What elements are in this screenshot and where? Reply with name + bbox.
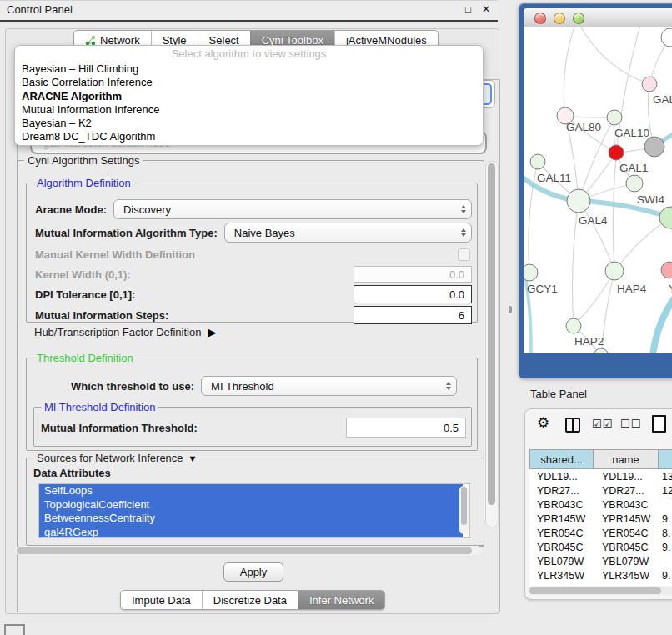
network-node-hap4[interactable]: [605, 262, 624, 280]
scrollbar-thumb[interactable]: [488, 163, 495, 505]
collapse-arrow-icon[interactable]: ▼: [188, 453, 198, 463]
tab-discretize-data[interactable]: Discretize Data: [202, 591, 298, 609]
data-attribute-item[interactable]: gal4RGexp: [39, 526, 463, 539]
data-attribute-item[interactable]: TopologicalCoefficient: [39, 498, 463, 512]
network-window-titlebar[interactable]: [524, 8, 672, 28]
network-edge[interactable]: [564, 27, 577, 116]
stepper-arrows-icon: [461, 205, 466, 213]
combo-value: Naive Bayes: [234, 227, 295, 239]
table-row[interactable]: YLR345WYLR345W9.: [529, 568, 672, 582]
table-header: shared... name: [529, 449, 672, 469]
table-row[interactable]: YBR045CYBR045C9.: [529, 540, 672, 554]
network-canvas[interactable]: GALGAL80GAL10GAL1GAL11GAL4SWI4GCY1HAP4YH…: [524, 27, 672, 353]
dpi-tolerance-field[interactable]: 0.0: [354, 285, 472, 303]
network-node[interactable]: [661, 28, 672, 47]
combo-value: Discovery: [123, 203, 171, 216]
table-row[interactable]: YIL052CYIL052C9.: [529, 582, 672, 586]
control-panel-titlebar: Control Panel □ ✕: [0, 0, 498, 22]
network-node-y[interactable]: [661, 262, 672, 278]
table-cell: YER054C: [594, 528, 659, 539]
mi-threshold-field[interactable]: 0.5: [346, 418, 466, 438]
threshold-definition-group: Threshold Definition Which threshold to …: [26, 358, 478, 451]
network-node-gal10[interactable]: [607, 110, 622, 125]
tab-infer-network[interactable]: Infer Network: [298, 591, 384, 609]
network-edge[interactable]: [577, 27, 649, 84]
table-horizontal-scrollbar[interactable]: [528, 587, 672, 595]
manual-kernel-checkbox[interactable]: [458, 248, 470, 261]
data-attribute-item[interactable]: BetweennessCentrality: [39, 512, 463, 526]
apply-button[interactable]: Apply: [223, 562, 283, 582]
deselect-all-icon[interactable]: ☐☐: [620, 418, 641, 430]
data-attribute-item[interactable]: SelfLoops: [39, 484, 463, 498]
close-icon[interactable]: ✕: [482, 3, 490, 15]
table-row[interactable]: YER054CYER054C8.: [529, 526, 672, 540]
settings-gear-icon[interactable]: ⚙: [537, 414, 549, 432]
table-panel-window: ⚙ ☑☑ ☐☐ shared... name YDL19...YDL19...1…: [524, 408, 672, 600]
data-attributes-list[interactable]: SelfLoopsTopologicalCoefficientBetweenne…: [38, 483, 470, 538]
table-cell: YER054C: [529, 528, 594, 539]
minimize-traffic-light[interactable]: [554, 12, 565, 24]
close-traffic-light[interactable]: [534, 12, 546, 24]
scrollbar-thumb[interactable]: [17, 548, 472, 554]
network-node-gal4[interactable]: [567, 189, 590, 212]
table-cell: YBL079W: [594, 556, 659, 568]
group-title: MI Threshold Definition: [41, 401, 158, 413]
table-row[interactable]: YPR145WYPR145W9.: [529, 512, 672, 526]
network-node-gal11[interactable]: [530, 154, 545, 169]
tab-impute-data[interactable]: Impute Data: [121, 591, 202, 609]
sources-group: Sources for Network Inference▼ Data Attr…: [26, 458, 484, 546]
network-node-gcy1[interactable]: [524, 264, 538, 281]
algorithm-option[interactable]: Dream8 DC_TDC Algorithm: [15, 130, 483, 143]
network-node[interactable]: [644, 137, 664, 157]
table-cell: 13: [659, 471, 672, 482]
algorithm-option[interactable]: Mutual Information Inference: [15, 103, 483, 117]
threshold-combo[interactable]: MI Threshold: [201, 376, 457, 396]
columns-icon[interactable]: [565, 418, 580, 432]
collapsed-panel-icon[interactable]: [4, 624, 25, 635]
mi-algorithm-type-combo[interactable]: Naive Bayes: [224, 222, 472, 242]
algorithm-option[interactable]: ARACNE Algorithm: [15, 90, 483, 103]
scrollbar-thumb[interactable]: [529, 588, 661, 594]
algorithm-option[interactable]: Basic Correlation Inference: [15, 76, 483, 89]
scrollbar-thumb[interactable]: [461, 487, 467, 525]
expand-arrow-icon[interactable]: ▶: [208, 326, 216, 338]
network-edge[interactable]: [572, 201, 579, 326]
select-all-icon[interactable]: ☑☑: [592, 418, 613, 430]
table-cell: 9.: [659, 542, 672, 553]
table-cell: YDR27...: [529, 485, 594, 497]
settings-horizontal-scrollbar[interactable]: [15, 546, 482, 555]
aracne-mode-combo[interactable]: Discovery: [113, 199, 472, 219]
algorithm-option[interactable]: Bayesian – K2: [15, 117, 483, 130]
node-label: GAL: [653, 93, 672, 106]
mi-steps-field[interactable]: 6: [354, 306, 472, 324]
column-header-clipped[interactable]: [659, 449, 672, 469]
network-node-gal[interactable]: [642, 77, 657, 92]
group-title: Algorithm Definition: [33, 177, 134, 189]
network-node-gal1[interactable]: [626, 175, 643, 192]
table-row[interactable]: YBR043CYBR043C: [529, 498, 672, 512]
node-label: GAL10: [614, 127, 649, 139]
table-cell: YLR345W: [529, 570, 594, 582]
split-divider-handle[interactable]: [509, 306, 512, 313]
column-header-shared-name[interactable]: shared...: [529, 449, 594, 469]
algorithm-option[interactable]: Bayesian – Hill Climbing: [15, 62, 483, 76]
network-edge[interactable]: [614, 218, 670, 271]
algorithm-option-list: Bayesian – Hill ClimbingBasic Correlatio…: [15, 62, 483, 144]
float-window-icon[interactable]: □: [465, 3, 471, 15]
settings-vertical-scrollbar[interactable]: [485, 161, 499, 528]
group-title: Cyni Algorithm Settings: [24, 154, 143, 167]
zoom-traffic-light[interactable]: [573, 12, 584, 24]
table-row[interactable]: YDL19...YDL19...13: [529, 469, 672, 483]
network-node[interactable]: [609, 145, 624, 160]
attributes-scrollbar[interactable]: [459, 486, 469, 534]
table-row[interactable]: YDR27...YDR27...12: [529, 483, 672, 498]
column-header-name[interactable]: name: [594, 449, 659, 469]
network-node-swi4[interactable]: [659, 207, 672, 228]
hub-transcription-factor-section[interactable]: Hub/Transcription Factor Definition ▶: [34, 326, 216, 338]
mi-steps-label: Mutual Information Steps:: [35, 309, 168, 322]
table-row[interactable]: YBL079WYBL079W: [529, 554, 672, 568]
network-window: GALGAL80GAL10GAL1GAL11GAL4SWI4GCY1HAP4YH…: [519, 3, 672, 378]
kernel-width-field[interactable]: 0.0: [354, 266, 472, 282]
network-node-hap2[interactable]: [566, 318, 581, 333]
page-icon[interactable]: [652, 415, 666, 432]
